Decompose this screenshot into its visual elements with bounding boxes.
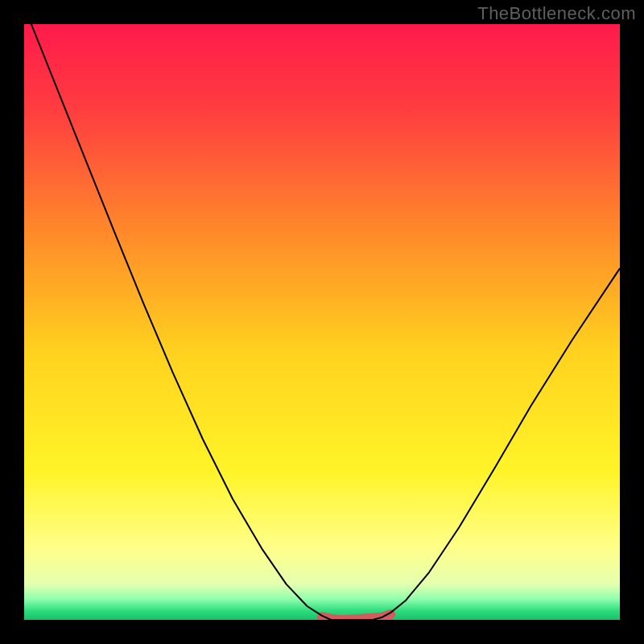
chart-svg (24, 24, 620, 620)
gradient-background (24, 24, 620, 620)
chart-frame: TheBottleneck.com (0, 0, 644, 644)
plot-area (24, 24, 620, 620)
watermark-text: TheBottleneck.com (477, 3, 636, 24)
